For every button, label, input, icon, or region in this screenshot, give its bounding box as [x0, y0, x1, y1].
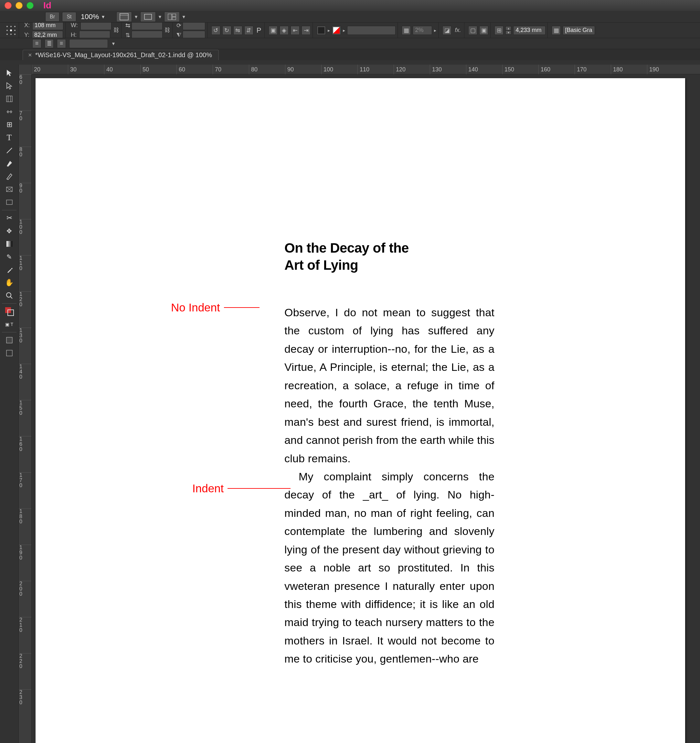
zoom-level[interactable]: 100% ▼: [79, 13, 107, 21]
x-label: X:: [24, 23, 30, 29]
align-center-button[interactable]: ≣: [44, 39, 53, 48]
title-line-2: Art of Lying: [285, 258, 358, 273]
y-field[interactable]: 82,2 mm: [32, 31, 63, 38]
eyedropper-tool[interactable]: [3, 263, 16, 276]
content-collector-tool[interactable]: ⊞: [3, 118, 16, 131]
gradient-swatch-tool[interactable]: [3, 238, 16, 250]
workspace-dropdown[interactable]: [Basic Gra: [563, 26, 595, 35]
ruler-tick: 140: [19, 364, 31, 400]
close-window-icon[interactable]: [4, 2, 12, 9]
fill-swatch[interactable]: [317, 26, 326, 35]
ruler-tick: 170: [575, 65, 611, 74]
vertical-ruler[interactable]: 6070809010011012013014015016017018019020…: [19, 65, 32, 743]
select-next-button[interactable]: ⇥: [301, 26, 311, 35]
step-arrows[interactable]: ▴▾: [506, 26, 511, 34]
rectangle-tool[interactable]: [3, 196, 16, 209]
stock-button[interactable]: St: [62, 12, 76, 22]
ruler-tick: 150: [19, 400, 31, 436]
object-arrange-cluster: ▣ ◈ ⇤ ⇥: [267, 23, 313, 38]
flip-h-button[interactable]: ⇋: [233, 26, 242, 35]
ruler-tick: 100: [321, 65, 357, 74]
minimize-window-icon[interactable]: [15, 2, 22, 9]
svg-point-14: [14, 34, 15, 35]
chevron-right-icon: ▸: [343, 28, 345, 33]
fit-content-button[interactable]: ⊞: [494, 26, 504, 35]
canvas[interactable]: On the Decay of the Art of Lying Observe…: [32, 74, 700, 743]
workspace-label: [Basic Gra: [565, 27, 592, 34]
wrap-bound-button[interactable]: ▣: [479, 26, 488, 35]
format-container-text-toggle[interactable]: ▣ T: [3, 318, 16, 330]
screen-mode-tool[interactable]: [3, 347, 16, 359]
rotate-ccw-button[interactable]: ↺: [211, 26, 220, 35]
type-tool[interactable]: T: [3, 132, 16, 144]
fx-label[interactable]: fx.: [455, 27, 461, 34]
link-icon[interactable]: ⛓: [165, 27, 170, 34]
scissors-tool[interactable]: ✂: [3, 212, 16, 224]
apply-color-button[interactable]: [3, 334, 16, 346]
control-bar-row-1: X:108 mm Y:82,2 mm W: H: ⛓ ⇆ ⇅ ⛓ ⟳ ⧨ ↺ ↻…: [0, 23, 700, 38]
horizontal-ruler[interactable]: 2030405060708090100110120130140150160170…: [32, 65, 700, 74]
ruler-tick: 150: [502, 65, 538, 74]
step-value-field[interactable]: 4,233 mm: [513, 26, 546, 35]
opacity-field[interactable]: 2%: [413, 26, 432, 35]
view-options-button[interactable]: [116, 12, 132, 22]
link-icon[interactable]: ⛓: [113, 27, 119, 34]
stroke-weight-field[interactable]: [347, 26, 396, 35]
page-tool[interactable]: [3, 93, 16, 105]
h-field[interactable]: [79, 31, 110, 38]
scale-y-field[interactable]: [132, 31, 163, 38]
scale-cluster: ⇆ ⇅ ⛓: [123, 23, 173, 38]
size-cluster: W: H: ⛓: [68, 23, 122, 38]
pencil-tool[interactable]: [3, 170, 16, 182]
workspace-icon: ▦: [552, 26, 561, 35]
hand-tool[interactable]: ✋: [3, 277, 16, 289]
annotation-line: [224, 307, 260, 308]
close-tab-icon[interactable]: ×: [28, 51, 32, 59]
zoom-window-icon[interactable]: [27, 2, 34, 9]
arrange-button[interactable]: [164, 12, 180, 22]
ruler-tick: 60: [19, 74, 31, 111]
reference-point-cluster[interactable]: [3, 23, 19, 38]
bridge-button[interactable]: Br: [45, 12, 59, 22]
select-content-button[interactable]: ◈: [280, 26, 289, 35]
document-tab[interactable]: × *WiSe16-VS_Mag_Layout-190x261_Draft_02…: [22, 50, 219, 60]
rectangle-frame-tool[interactable]: [3, 183, 16, 195]
align-right-button[interactable]: ≡: [57, 39, 66, 48]
document-page[interactable]: On the Decay of the Art of Lying Observe…: [36, 78, 685, 743]
position-cluster: X:108 mm Y:82,2 mm: [21, 23, 65, 38]
align-left-button[interactable]: ≡: [32, 39, 42, 48]
ruler-tick: 40: [104, 65, 140, 74]
note-tool[interactable]: ✎: [3, 251, 16, 263]
line-tool[interactable]: [3, 144, 16, 157]
zoom-tool[interactable]: [3, 289, 16, 302]
x-field[interactable]: 108 mm: [32, 23, 63, 30]
workspace: ⇿ ⊞ T ✂ ✥ ✎ ✋ ▣ T 6070809010011012013014…: [0, 65, 700, 743]
screen-mode-button[interactable]: [140, 12, 156, 22]
selection-tool[interactable]: [3, 67, 16, 79]
free-transform-tool[interactable]: ✥: [3, 225, 16, 237]
ruler-tick: 190: [647, 65, 683, 74]
flip-v-button[interactable]: ⇵: [244, 26, 254, 35]
text-frame[interactable]: On the Decay of the Art of Lying Observe…: [285, 240, 494, 668]
stroke-style-field[interactable]: [69, 39, 108, 48]
scale-x-field[interactable]: [132, 23, 163, 30]
app-id: Id: [43, 0, 51, 11]
fill-stroke-toggle[interactable]: [3, 305, 16, 318]
select-container-button[interactable]: ▣: [268, 26, 277, 35]
chevron-down-icon: ▼: [158, 14, 162, 19]
pen-tool[interactable]: [3, 157, 16, 170]
gap-tool[interactable]: ⇿: [3, 106, 16, 118]
rotate-cw-button[interactable]: ↻: [222, 26, 231, 35]
svg-rect-17: [6, 96, 12, 102]
angle-icon: ⟳: [176, 23, 181, 29]
rotation-field[interactable]: [182, 23, 205, 30]
shear-field[interactable]: [182, 31, 205, 38]
drop-shadow-button[interactable]: ◪: [442, 26, 451, 35]
select-prev-button[interactable]: ⇤: [291, 26, 300, 35]
wrap-none-button[interactable]: ▢: [468, 26, 478, 35]
w-field[interactable]: [80, 23, 111, 30]
mac-titlebar: Id: [0, 0, 700, 11]
title-line-1: On the Decay of the: [285, 240, 409, 256]
direct-selection-tool[interactable]: [3, 80, 16, 92]
stroke-swatch[interactable]: [332, 26, 341, 35]
